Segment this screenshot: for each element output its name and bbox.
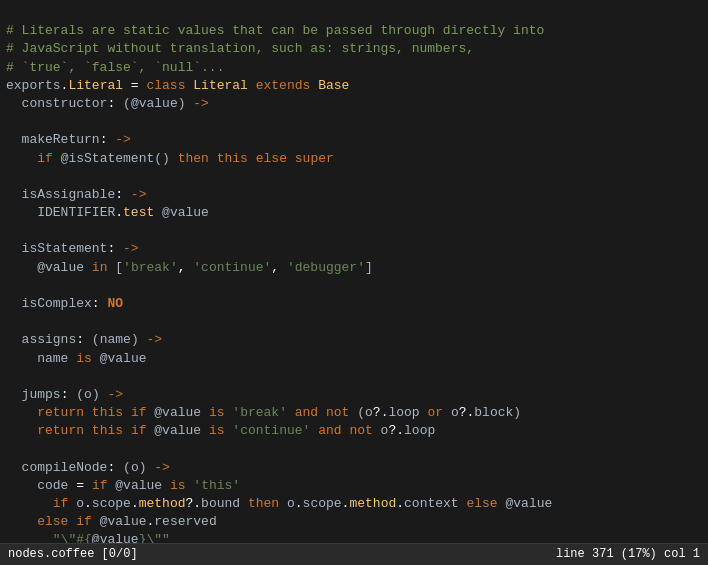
code-line: IDENTIFIER.test @value	[6, 205, 209, 220]
code-comment: # Literals are static values that can be…	[6, 23, 544, 38]
editor-area[interactable]: # Literals are static values that can be…	[0, 0, 708, 543]
code-line: isStatement: ->	[6, 241, 139, 256]
code-line: return this if @value is 'continue' and …	[6, 423, 435, 438]
file-info: nodes.coffee [0/0]	[8, 546, 138, 563]
code-line: name is @value	[6, 351, 146, 366]
code-line: if o.scope.method?.bound then o.scope.me…	[6, 496, 552, 511]
code-comment: # JavaScript without translation, such a…	[6, 41, 474, 56]
code-line: makeReturn: ->	[6, 132, 131, 147]
code-line: assigns: (name) ->	[6, 332, 162, 347]
code-line: constructor: (@value) ->	[6, 96, 209, 111]
code-line: exports.Literal = class Literal extends …	[6, 78, 349, 93]
code-line: isAssignable: ->	[6, 187, 146, 202]
code-line: return this if @value is 'break' and not…	[6, 405, 521, 420]
status-bar: nodes.coffee [0/0] line 371 (17%) col 1	[0, 543, 708, 565]
code-line: else if @value.reserved	[6, 514, 217, 529]
code-comment: # `true`, `false`, `null`...	[6, 60, 224, 75]
code-line: compileNode: (o) ->	[6, 460, 170, 475]
code-line: jumps: (o) ->	[6, 387, 123, 402]
code-line: code = if @value is 'this'	[6, 478, 240, 493]
code-line: if @isStatement() then this else super	[6, 151, 334, 166]
code-line: isComplex: NO	[6, 296, 123, 311]
code-line: @value in ['break', 'continue', 'debugge…	[6, 260, 373, 275]
code-line: "\"#{@value}\""	[6, 532, 170, 543]
position-info: line 371 (17%) col 1	[556, 546, 700, 563]
